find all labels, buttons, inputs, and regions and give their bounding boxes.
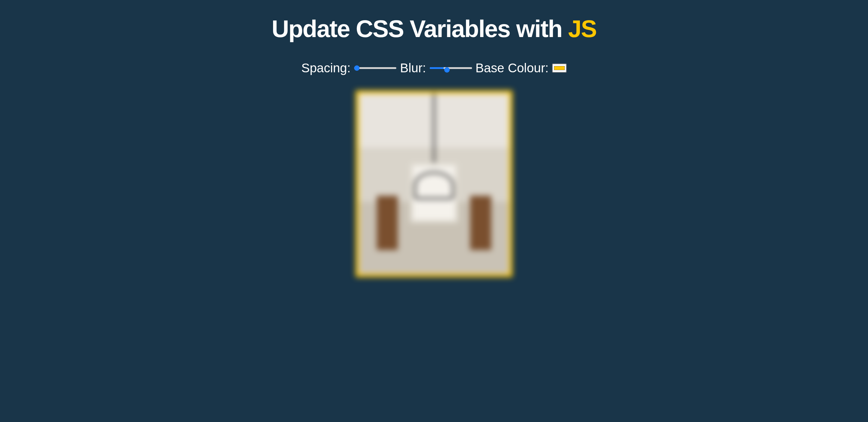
title-highlight: JS <box>568 15 596 42</box>
image-frame <box>355 90 513 277</box>
blur-slider[interactable] <box>430 67 472 69</box>
blur-label: Blur: <box>400 61 426 75</box>
base-colour-label: Base Colour: <box>475 61 549 75</box>
base-colour-picker[interactable] <box>552 64 567 73</box>
hero-image <box>359 93 509 274</box>
spacing-label: Spacing: <box>301 61 350 75</box>
title-prefix: Update CSS Variables with <box>272 15 568 42</box>
page-title: Update CSS Variables with JS <box>0 15 868 43</box>
spacing-slider[interactable] <box>354 67 396 69</box>
controls-bar: Spacing: Blur: Base Colour: <box>0 61 868 75</box>
door-decor-right <box>470 196 491 250</box>
door-decor-left <box>377 196 398 250</box>
picture-frame-decor <box>410 163 458 223</box>
